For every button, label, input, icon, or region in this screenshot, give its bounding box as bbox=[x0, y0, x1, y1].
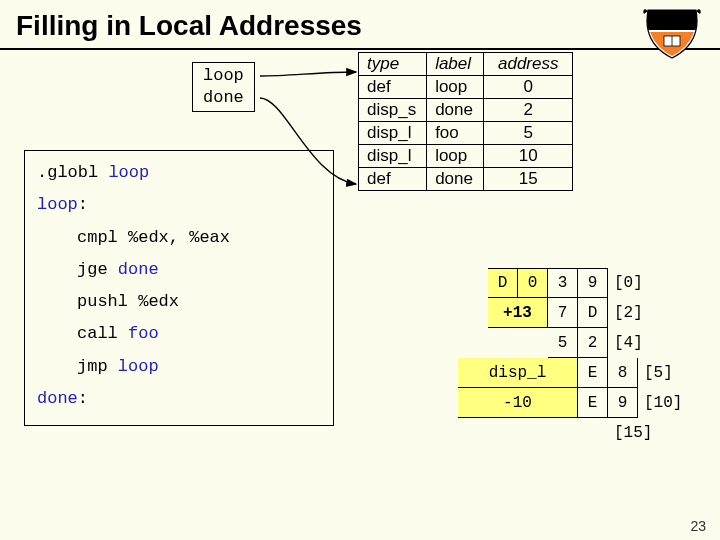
byte-cell bbox=[518, 328, 548, 358]
byte-cell: -10 bbox=[458, 388, 578, 418]
byte-offset: [2] bbox=[614, 298, 662, 328]
byte-cell: 7 bbox=[548, 298, 578, 328]
slide-title: Filling in Local Addresses bbox=[16, 10, 704, 42]
byte-cell bbox=[458, 328, 488, 358]
byte-cell: 9 bbox=[578, 268, 608, 298]
cell: def bbox=[359, 168, 427, 191]
byte-offset: [15] bbox=[614, 418, 662, 448]
cell: 2 bbox=[483, 99, 572, 122]
cell: done bbox=[427, 168, 484, 191]
byte-row: [15] bbox=[428, 418, 692, 448]
byte-row: D039[0] bbox=[428, 268, 692, 298]
byte-row: 52[4] bbox=[428, 328, 692, 358]
byte-cell: D bbox=[488, 268, 518, 298]
cell: 10 bbox=[483, 145, 572, 168]
byte-offset: [4] bbox=[614, 328, 662, 358]
byte-cell: 5 bbox=[548, 328, 578, 358]
byte-row: +137D[2] bbox=[428, 298, 692, 328]
col-label: label bbox=[427, 53, 484, 76]
byte-cell bbox=[518, 418, 548, 448]
byte-cell bbox=[578, 418, 608, 448]
byte-cell bbox=[428, 268, 458, 298]
byte-cell bbox=[488, 328, 518, 358]
byte-cell: 0 bbox=[518, 268, 548, 298]
cell: 0 bbox=[483, 76, 572, 99]
cell: disp_l bbox=[359, 122, 427, 145]
byte-cell bbox=[548, 418, 578, 448]
label-box-line: done bbox=[203, 87, 244, 109]
byte-offset: [5] bbox=[644, 358, 692, 388]
col-address: address bbox=[483, 53, 572, 76]
cell: disp_l bbox=[359, 145, 427, 168]
byte-cell bbox=[428, 358, 458, 388]
byte-offset: [0] bbox=[614, 268, 662, 298]
byte-cell: +13 bbox=[488, 298, 548, 328]
byte-cell: E bbox=[578, 388, 608, 418]
cell: def bbox=[359, 76, 427, 99]
byte-cell bbox=[458, 268, 488, 298]
byte-cell: D bbox=[578, 298, 608, 328]
code-line: jmp loop bbox=[37, 351, 321, 383]
byte-cell: 2 bbox=[578, 328, 608, 358]
byte-cell bbox=[428, 328, 458, 358]
code-line: cmpl %edx, %eax bbox=[37, 222, 321, 254]
symbol-table: type label address defloop0 disp_sdone2 … bbox=[358, 52, 573, 191]
byte-cell bbox=[428, 388, 458, 418]
byte-cell bbox=[458, 298, 488, 328]
table-header-row: type label address bbox=[359, 53, 573, 76]
table-row: disp_lfoo5 bbox=[359, 122, 573, 145]
byte-cell bbox=[458, 418, 488, 448]
cell: done bbox=[427, 99, 484, 122]
code-line: call foo bbox=[37, 318, 321, 350]
label-box: loop done bbox=[192, 62, 255, 112]
byte-row: -10E9[10] bbox=[428, 388, 692, 418]
col-type: type bbox=[359, 53, 427, 76]
table-row: defloop0 bbox=[359, 76, 573, 99]
page-number: 23 bbox=[690, 518, 706, 534]
cell: 5 bbox=[483, 122, 572, 145]
byte-grid: D039[0]+137D[2]52[4]disp_lE8[5]-10E9[10]… bbox=[428, 268, 692, 448]
cell: disp_s bbox=[359, 99, 427, 122]
byte-row: disp_lE8[5] bbox=[428, 358, 692, 388]
code-line: done: bbox=[37, 383, 321, 415]
slide-body: loop done type label address defloop0 di… bbox=[0, 50, 720, 510]
byte-cell: 8 bbox=[608, 358, 638, 388]
byte-cell: disp_l bbox=[458, 358, 578, 388]
table-row: disp_lloop10 bbox=[359, 145, 573, 168]
byte-cell bbox=[488, 418, 518, 448]
code-line: jge done bbox=[37, 254, 321, 286]
label-box-line: loop bbox=[203, 65, 244, 87]
byte-cell bbox=[428, 418, 458, 448]
byte-offset: [10] bbox=[644, 388, 692, 418]
byte-cell bbox=[428, 298, 458, 328]
byte-cell: 3 bbox=[548, 268, 578, 298]
byte-cell: E bbox=[578, 358, 608, 388]
code-line: .globl loop bbox=[37, 157, 321, 189]
cell: loop bbox=[427, 145, 484, 168]
code-line: pushl %edx bbox=[37, 286, 321, 318]
assembly-code: .globl loop loop: cmpl %edx, %eax jge do… bbox=[24, 150, 334, 426]
table-row: disp_sdone2 bbox=[359, 99, 573, 122]
code-line: loop: bbox=[37, 189, 321, 221]
table-row: defdone15 bbox=[359, 168, 573, 191]
byte-cell: 9 bbox=[608, 388, 638, 418]
cell: 15 bbox=[483, 168, 572, 191]
cell: loop bbox=[427, 76, 484, 99]
cell: foo bbox=[427, 122, 484, 145]
